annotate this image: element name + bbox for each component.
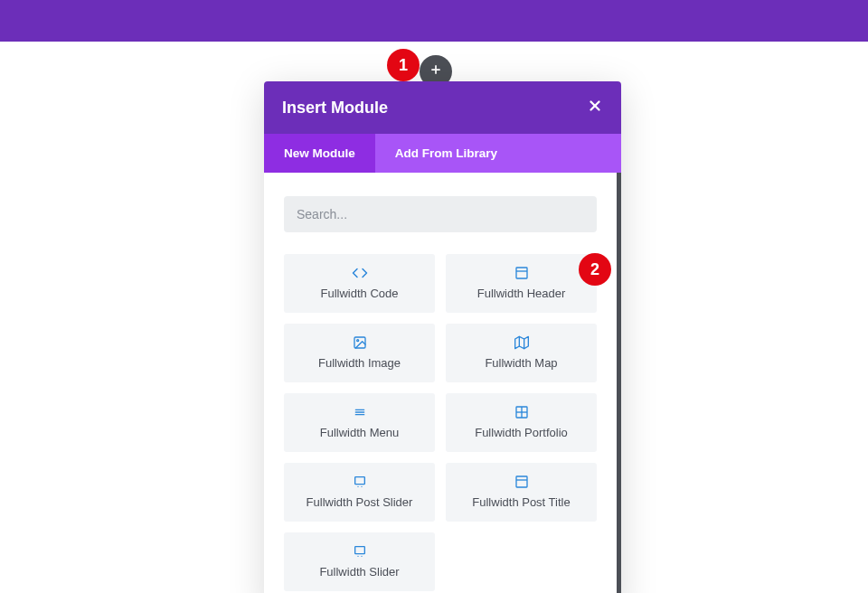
svg-point-18 <box>357 486 358 487</box>
top-purple-bar <box>0 0 868 42</box>
portfolio-icon <box>514 404 529 420</box>
annotation-badge-2: 2 <box>579 253 611 286</box>
map-icon <box>514 334 529 351</box>
module-label: Fullwidth Menu <box>320 426 399 439</box>
menu-icon <box>353 404 367 420</box>
image-icon <box>353 334 367 351</box>
svg-marker-8 <box>514 336 528 348</box>
svg-point-24 <box>361 556 362 557</box>
module-fullwidth-post-slider[interactable]: Fullwidth Post Slider <box>284 463 435 522</box>
insert-module-modal: Insert Module New Module Add From Librar… <box>264 81 621 593</box>
search-input[interactable] <box>284 196 597 232</box>
module-fullwidth-header[interactable]: Fullwidth Header <box>446 254 597 313</box>
header-icon <box>514 265 529 281</box>
svg-rect-20 <box>516 476 527 487</box>
modal-body: Fullwidth Code Fullwidth Header Fullwidt… <box>264 173 621 593</box>
svg-point-7 <box>356 340 358 342</box>
modal-title: Insert Module <box>282 99 388 118</box>
svg-point-23 <box>357 556 358 557</box>
module-label: Fullwidth Map <box>485 356 557 370</box>
module-fullwidth-portfolio[interactable]: Fullwidth Portfolio <box>446 393 597 452</box>
module-label: Fullwidth Portfolio <box>475 426 568 439</box>
module-fullwidth-code[interactable]: Fullwidth Code <box>284 254 435 313</box>
module-fullwidth-post-title[interactable]: Fullwidth Post Title <box>446 463 597 522</box>
module-label: Fullwidth Post Slider <box>307 495 413 509</box>
module-fullwidth-slider[interactable]: Fullwidth Slider <box>284 532 435 591</box>
tab-new-module[interactable]: New Module <box>264 134 375 173</box>
post-slider-icon <box>353 474 367 490</box>
slider-icon <box>353 543 367 560</box>
modal-header: Insert Module <box>264 81 621 134</box>
post-title-icon <box>514 474 529 490</box>
modal-tabs: New Module Add From Library <box>264 134 621 173</box>
annotation-badge-1: 1 <box>387 49 420 81</box>
plus-icon <box>429 63 442 80</box>
module-fullwidth-image[interactable]: Fullwidth Image <box>284 324 435 382</box>
module-label: Fullwidth Image <box>318 356 401 370</box>
module-label: Fullwidth Code <box>321 287 399 300</box>
svg-rect-22 <box>354 547 364 554</box>
svg-rect-4 <box>516 268 527 278</box>
module-label: Fullwidth Slider <box>319 565 399 579</box>
tab-add-from-library[interactable]: Add From Library <box>375 134 517 173</box>
close-icon <box>587 98 603 118</box>
svg-point-19 <box>361 486 362 487</box>
close-button[interactable] <box>587 98 603 118</box>
module-label: Fullwidth Post Title <box>472 495 570 509</box>
module-grid: Fullwidth Code Fullwidth Header Fullwidt… <box>284 254 597 591</box>
svg-rect-17 <box>354 477 364 485</box>
module-label: Fullwidth Header <box>477 287 566 300</box>
code-icon <box>352 265 368 281</box>
module-fullwidth-map[interactable]: Fullwidth Map <box>446 324 597 382</box>
module-fullwidth-menu[interactable]: Fullwidth Menu <box>284 393 435 452</box>
